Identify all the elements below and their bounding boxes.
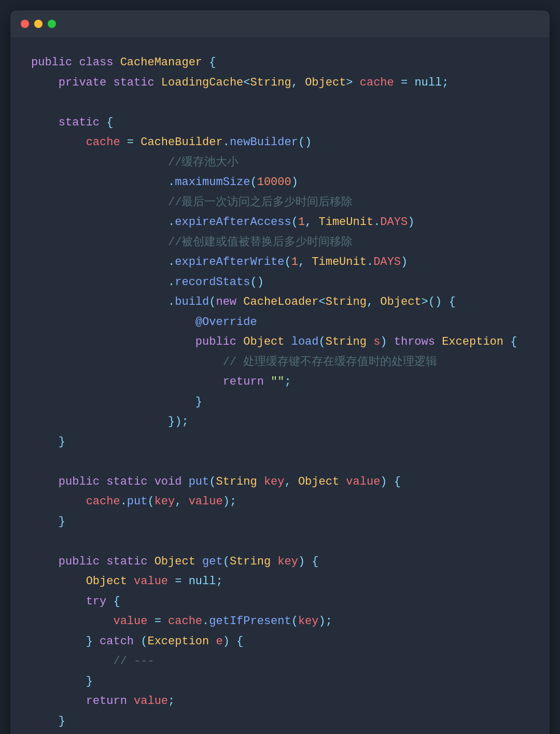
code-window: public class CacheManager { private stat… [10,10,550,734]
minimize-button[interactable] [34,20,43,28]
titlebar [10,10,550,37]
code-content: public class CacheManager { private stat… [10,37,550,734]
close-button[interactable] [21,20,29,28]
maximize-button[interactable] [48,20,56,28]
